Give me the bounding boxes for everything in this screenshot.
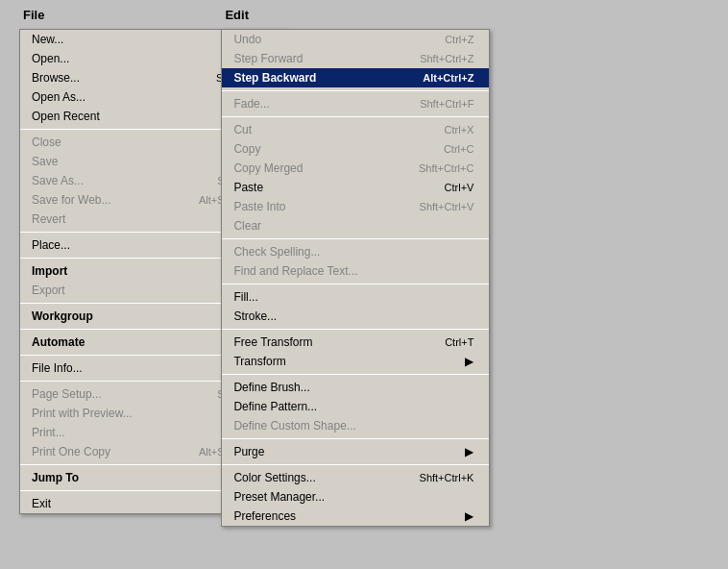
menu-item-find-replace: Find and Replace Text... [222,261,489,281]
menu-item-label-jump-to: Jump To [32,471,254,484]
menu-item-define-custom: Define Custom Shape... [222,416,489,435]
submenu-arrow-preferences: ▶ [465,509,473,523]
menu-item-label-transform: Transform [233,355,455,368]
separator-after-define-custom [222,438,489,439]
separator-after-transform [222,374,489,375]
edit-menu-title[interactable]: Edit [221,0,253,30]
menu-item-cut: CutCtrl+X [222,120,489,139]
separator-after-purge [222,464,489,465]
menu-item-free-transform[interactable]: Free TransformCtrl+T [222,333,489,352]
menu-item-label-stroke: Stroke... [233,309,473,323]
menu-item-label-new: New... [32,33,223,46]
menu-item-shortcut-copy: Ctrl+C [444,143,473,155]
menu-item-shortcut-step-backward: Alt+Ctrl+Z [423,72,473,84]
edit-menu-section: Edit UndoCtrl+ZStep ForwardShft+Ctrl+ZSt… [221,0,253,30]
menu-item-label-check-spelling: Check Spelling... [233,245,473,259]
menu-item-label-define-pattern: Define Pattern... [233,400,473,413]
menu-item-shortcut-free-transform: Ctrl+T [445,336,473,348]
menu-item-preset-manager[interactable]: Preset Manager... [222,487,489,507]
menu-item-preferences[interactable]: Preferences▶ [222,507,489,526]
menu-item-label-page-setup: Page Setup... [32,387,198,401]
menu-item-label-print-preview: Print with Preview... [32,407,223,420]
menu-item-transform[interactable]: Transform▶ [222,352,489,371]
menu-item-label-open-as: Open As... [32,90,204,104]
edit-dropdown: UndoCtrl+ZStep ForwardShft+Ctrl+ZStep Ba… [221,29,490,527]
menu-item-fade: Fade...Shft+Ctrl+F [222,94,489,113]
menu-item-define-brush[interactable]: Define Brush... [222,378,489,397]
menu-item-label-step-backward: Step Backward [233,71,403,85]
menu-item-undo: UndoCtrl+Z [222,30,489,49]
menu-item-shortcut-color-settings: Shft+Ctrl+K [420,472,474,483]
menu-item-purge[interactable]: Purge▶ [222,442,489,461]
menu-item-label-define-custom: Define Custom Shape... [233,419,473,433]
menu-item-define-pattern[interactable]: Define Pattern... [222,397,489,416]
menu-item-label-cut: Cut [233,123,425,136]
menu-item-shortcut-paste-into: Shft+Ctrl+V [420,201,474,212]
separator-after-fade [222,116,489,117]
menu-item-fill[interactable]: Fill... [222,287,489,307]
menu-item-label-preferences: Preferences [233,509,455,523]
menu-item-label-automate: Automate [32,335,254,349]
menu-item-label-open-recent: Open Recent [32,110,254,123]
menu-item-label-define-brush: Define Brush... [233,381,473,394]
menu-item-step-forward: Step ForwardShft+Ctrl+Z [222,49,489,68]
menu-item-color-settings[interactable]: Color Settings...Shft+Ctrl+K [222,468,489,487]
menu-item-label-fade: Fade... [233,97,400,111]
menu-item-label-paste-into: Paste Into [233,200,400,213]
menu-item-label-paste: Paste [233,181,425,194]
menu-bar: File New...Ctrl+NOpen...Ctrl+OBrowse...S… [0,0,728,30]
menu-item-paste-into: Paste IntoShft+Ctrl+V [222,197,489,216]
menu-item-label-find-replace: Find and Replace Text... [233,264,473,278]
menu-item-label-undo: Undo [233,33,425,46]
menu-item-label-print: Print... [32,426,205,439]
menu-item-label-free-transform: Free Transform [233,335,425,349]
menu-item-shortcut-paste: Ctrl+V [445,182,474,193]
menu-item-label-exit: Exit [32,497,222,510]
menu-item-shortcut-cut: Ctrl+X [445,124,474,136]
menu-item-label-save-as: Save As... [32,174,198,187]
separator-after-stroke [222,329,489,330]
menu-item-shortcut-undo: Ctrl+Z [445,34,473,45]
menu-item-label-clear: Clear [233,219,473,233]
menu-item-copy: CopyCtrl+C [222,139,489,159]
menu-item-label-print-one: Print One Copy [32,445,180,458]
menu-item-label-import: Import [32,264,254,278]
menu-item-step-backward[interactable]: Step BackwardAlt+Ctrl+Z [222,68,489,87]
menu-item-check-spelling: Check Spelling... [222,242,489,261]
menu-item-label-save-for-web: Save for Web... [32,193,180,207]
menu-item-label-fill: Fill... [233,290,473,304]
menu-item-shortcut-fade: Shft+Ctrl+F [420,98,473,110]
menu-item-label-open: Open... [32,52,222,65]
separator-after-clear [222,238,489,239]
menu-item-stroke[interactable]: Stroke... [222,307,489,326]
submenu-arrow-transform: ▶ [465,355,473,368]
menu-item-label-save: Save [32,155,223,168]
menu-item-label-copy-merged: Copy Merged [233,161,400,175]
separator-after-find-replace [222,284,489,284]
file-menu-section: File New...Ctrl+NOpen...Ctrl+OBrowse...S… [19,0,48,30]
file-menu-title[interactable]: File [19,0,48,30]
menu-item-shortcut-step-forward: Shft+Ctrl+Z [420,53,473,64]
menu-item-label-color-settings: Color Settings... [233,471,400,484]
menu-item-shortcut-copy-merged: Shft+Ctrl+C [419,162,473,174]
menu-item-label-step-forward: Step Forward [233,52,400,65]
separator-after-step-backward [222,90,489,91]
menu-item-label-export: Export [32,284,254,297]
menu-item-label-purge: Purge [233,445,455,458]
menu-item-label-browse: Browse... [32,71,197,85]
menu-item-label-copy: Copy [233,142,425,156]
menu-item-label-close: Close [32,136,220,149]
menu-item-label-preset-manager: Preset Manager... [233,490,473,504]
menu-item-label-workgroup: Workgroup [32,309,254,323]
menu-item-clear: Clear [222,216,489,235]
submenu-arrow-purge: ▶ [465,445,473,458]
menu-item-copy-merged: Copy MergedShft+Ctrl+C [222,159,489,178]
menu-item-paste[interactable]: PasteCtrl+V [222,178,489,197]
